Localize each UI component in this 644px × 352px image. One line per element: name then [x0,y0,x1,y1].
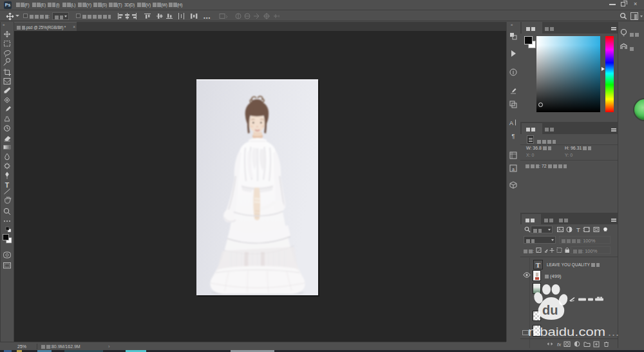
svg-text:…: … [607,325,620,338]
svg-text:T: T [5,181,10,189]
svg-text:A: A [509,120,513,126]
svg-text:du: du [542,303,558,317]
svg-text:T: T [576,226,580,233]
svg-text:¶: ¶ [512,133,515,139]
svg-text:a: a [512,167,515,171]
svg-text:n.baidu.com: n.baidu.com [528,325,605,338]
